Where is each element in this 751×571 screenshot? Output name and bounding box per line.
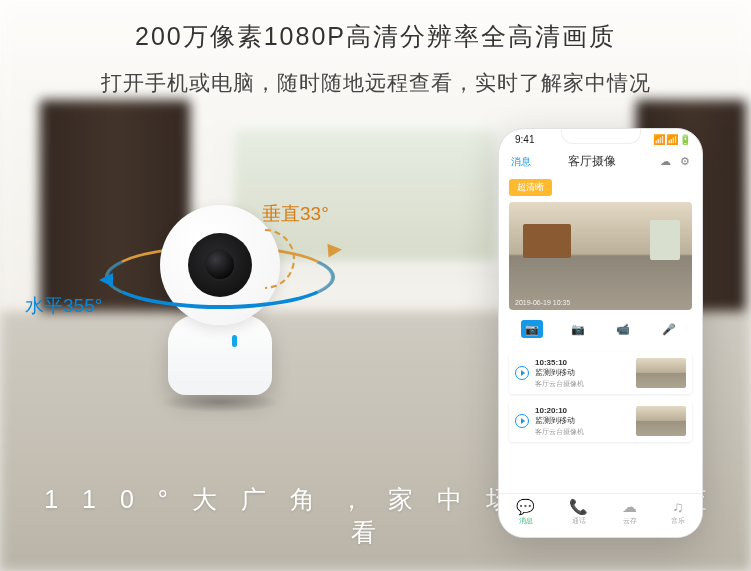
tab-messages[interactable]: 💬 消息 <box>516 499 535 526</box>
live-timestamp: 2019-06-19 10:35 <box>515 299 570 306</box>
tab-cloud[interactable]: ☁ 云存 <box>622 499 637 526</box>
event-thumbnail <box>636 406 686 436</box>
music-icon: ♫ <box>671 499 685 516</box>
header-block: 200万像素1080P高清分辨率全高清画质 打开手机或电脑，随时随地远程查看，实… <box>0 0 751 97</box>
vertical-angle-label: 垂直33° <box>262 201 329 227</box>
nav-title: 客厅摄像 <box>568 153 616 170</box>
phone-notch <box>561 129 641 144</box>
event-thumbnail <box>636 358 686 388</box>
tool-camera[interactable]: 📷 <box>567 320 589 338</box>
tab-bar: 💬 消息 📞 通话 ☁ 云存 ♫ 音乐 <box>499 493 702 537</box>
play-icon[interactable] <box>515 366 529 380</box>
event-item[interactable]: 10:20:10 监测到移动 客厅云台摄像机 <box>509 400 692 442</box>
play-icon[interactable] <box>515 414 529 428</box>
tool-mic[interactable]: 🎤 <box>658 320 680 338</box>
gear-icon[interactable]: ⚙ <box>680 155 690 167</box>
camera-led <box>232 335 237 347</box>
status-time: 9:41 <box>515 134 534 145</box>
live-video-preview[interactable]: 2019-06-19 10:35 <box>509 202 692 310</box>
camera-base <box>168 315 272 395</box>
quality-badge: 超清晰 <box>509 179 552 196</box>
event-text: 10:20:10 监测到移动 客厅云台摄像机 <box>535 406 636 436</box>
tool-record[interactable]: 📹 <box>612 320 634 338</box>
nav-action-icons: ☁ ⚙ <box>654 155 690 168</box>
nav-back[interactable]: 消息 <box>511 155 531 169</box>
call-icon: 📞 <box>569 499 588 516</box>
tab-call[interactable]: 📞 通话 <box>569 499 588 526</box>
video-toolbar: 📷 📷 📹 🎤 <box>499 316 702 346</box>
tool-snapshot[interactable]: 📷 <box>521 320 543 338</box>
arrow-vertical-icon <box>327 242 342 257</box>
subheadline: 打开手机或电脑，随时随地远程查看，实时了解家中情况 <box>0 69 751 97</box>
rotation-ring-front <box>105 245 335 309</box>
horizontal-angle-label: 水平355° <box>25 293 102 319</box>
event-item[interactable]: 10:35:10 监测到移动 客厅云台摄像机 <box>509 352 692 394</box>
camera-illustration: 垂直33° 水平355° <box>80 185 380 455</box>
message-icon: 💬 <box>516 499 535 516</box>
headline: 200万像素1080P高清分辨率全高清画质 <box>0 20 751 53</box>
event-text: 10:35:10 监测到移动 客厅云台摄像机 <box>535 358 636 388</box>
status-indicators: 📶 📶 🔋 <box>653 134 690 145</box>
tab-music[interactable]: ♫ 音乐 <box>671 499 685 526</box>
app-nav-bar: 消息 客厅摄像 ☁ ⚙ <box>499 145 702 176</box>
phone-mockup: 9:41 📶 📶 🔋 消息 客厅摄像 ☁ ⚙ 超清晰 2019-06-19 10… <box>498 128 703 538</box>
arrow-horizontal-icon <box>99 273 113 287</box>
cloud-icon: ☁ <box>622 499 637 516</box>
cloud-icon[interactable]: ☁ <box>660 155 671 167</box>
